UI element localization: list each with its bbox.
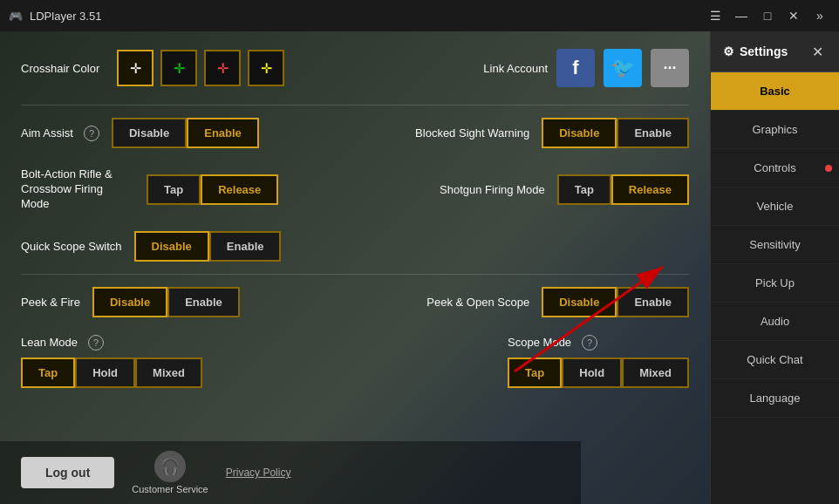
bolt-action-tap[interactable]: Tap <box>147 174 201 205</box>
settings-title-text: Settings <box>740 44 788 58</box>
nav-item-pickup[interactable]: Pick Up <box>711 264 839 303</box>
customer-service-icon: 🎧 <box>154 451 186 482</box>
aim-assist-enable[interactable]: Enable <box>187 118 259 148</box>
twitter-button[interactable]: 🐦 <box>604 49 642 87</box>
bolt-action-row: Bolt-Action Rifle &Crossbow Firing Mode … <box>21 167 278 212</box>
lean-mode-hold[interactable]: Hold <box>75 358 135 388</box>
maximize-button[interactable]: □ <box>757 5 778 26</box>
blocked-sight-toggle: Disable Enable <box>542 118 689 148</box>
close-button[interactable]: ✕ <box>783 5 804 26</box>
app-name: LDPlayer 3.51 <box>30 10 101 23</box>
scope-mode-help-icon[interactable]: ? <box>582 335 597 351</box>
scope-mode-mixed[interactable]: Mixed <box>622 358 689 388</box>
menu-button[interactable]: ☰ <box>705 5 726 26</box>
scope-mode-toggle: Tap Hold Mixed <box>508 358 689 388</box>
peek-fire-disable[interactable]: Disable <box>92 287 167 317</box>
more-button[interactable]: ··· <box>651 49 689 87</box>
scope-mode-section: Scope Mode ? Tap Hold Mixed <box>508 335 689 388</box>
bolt-action-release[interactable]: Release <box>201 174 278 205</box>
nav-item-vehicle[interactable]: Vehicle <box>711 187 839 226</box>
quick-scope-row: Quick Scope Switch Disable Enable <box>21 231 689 262</box>
divider-2 <box>21 274 689 275</box>
settings-close-button[interactable]: ✕ <box>808 42 827 61</box>
lean-mode-label: Lean Mode <box>21 336 78 349</box>
facebook-button[interactable]: f <box>556 49 595 87</box>
title-bar-left: 🎮 LDPlayer 3.51 <box>9 10 101 23</box>
blocked-sight-label: Blocked Sight Warning <box>415 126 529 140</box>
settings-title: ⚙ Settings <box>723 44 788 58</box>
scope-mode-tap[interactable]: Tap <box>508 358 562 388</box>
title-bar-controls: ☰ — □ ✕ » <box>705 5 830 26</box>
aim-assist-disable[interactable]: Disable <box>112 118 187 148</box>
bottom-bar: Log out 🎧 Customer Service Privacy Polic… <box>0 441 581 504</box>
crosshair-option-2[interactable]: ✛ <box>204 50 241 86</box>
quick-scope-disable[interactable]: Disable <box>134 231 209 262</box>
peek-fire-toggle: Disable Enable <box>92 287 240 317</box>
peek-scope-enable[interactable]: Enable <box>617 287 689 317</box>
peek-scope-label: Peek & Open Scope <box>426 296 529 309</box>
gear-icon: ⚙ <box>723 44 734 58</box>
settings-header: ⚙ Settings ✕ <box>711 31 839 72</box>
nav-item-sensitivity[interactable]: Sensitivity <box>711 226 839 264</box>
shotgun-toggle: Tap Release <box>557 174 689 205</box>
logout-button[interactable]: Log out <box>21 457 114 488</box>
crosshair-option-3[interactable]: ✛ <box>248 50 284 86</box>
nav-item-basic[interactable]: Basic <box>711 72 839 111</box>
main-layout: Crosshair Color ✛ ✛ ✛ ✛ Link Account f 🐦… <box>0 31 839 504</box>
aim-assist-toggle: Disable Enable <box>112 118 259 148</box>
link-account-label: Link Account <box>483 62 548 75</box>
crosshair-option-1[interactable]: ✛ <box>160 50 197 86</box>
nav-item-audio[interactable]: Audio <box>711 303 839 341</box>
shotgun-row: Shotgun Firing Mode Tap Release <box>440 174 689 205</box>
privacy-policy-link[interactable]: Privacy Policy <box>226 467 291 479</box>
shotgun-tap[interactable]: Tap <box>557 174 611 205</box>
shotgun-label: Shotgun Firing Mode <box>440 183 545 196</box>
quick-scope-label: Quick Scope Switch <box>21 240 122 253</box>
blocked-sight-disable[interactable]: Disable <box>542 118 617 148</box>
blocked-sight-row: Blocked Sight Warning Disable Enable <box>415 118 689 148</box>
game-background: Crosshair Color ✛ ✛ ✛ ✛ Link Account f 🐦… <box>0 31 710 504</box>
lean-mode-help-icon[interactable]: ? <box>88 335 104 351</box>
settings-panel: ⚙ Settings ✕ Basic Graphics Controls Veh… <box>710 31 839 504</box>
aim-assist-help-icon[interactable]: ? <box>84 126 99 141</box>
lean-mode-section: Lean Mode ? Tap Hold Mixed <box>21 335 202 388</box>
crosshair-section: Crosshair Color ✛ ✛ ✛ ✛ <box>21 50 284 86</box>
extra-button[interactable]: » <box>809 5 830 26</box>
bolt-action-label: Bolt-Action Rifle &Crossbow Firing Mode <box>21 167 134 212</box>
scope-mode-hold[interactable]: Hold <box>562 358 622 388</box>
peek-scope-toggle: Disable Enable <box>542 287 689 317</box>
content-area: Crosshair Color ✛ ✛ ✛ ✛ Link Account f 🐦… <box>21 49 689 388</box>
crosshair-label: Crosshair Color <box>21 62 117 75</box>
bolt-action-toggle: Tap Release <box>147 174 278 205</box>
nav-item-quickchat[interactable]: Quick Chat <box>711 341 839 379</box>
aim-assist-row: Aim Assist ? Disable Enable <box>21 118 259 148</box>
blocked-sight-enable[interactable]: Enable <box>617 118 689 148</box>
quick-scope-enable[interactable]: Enable <box>209 231 282 262</box>
crosshair-options: ✛ ✛ ✛ ✛ <box>117 50 284 86</box>
peek-scope-row: Peek & Open Scope Disable Enable <box>426 287 689 317</box>
minimize-button[interactable]: — <box>731 5 752 26</box>
peek-fire-enable[interactable]: Enable <box>167 287 240 317</box>
lean-mode-mixed[interactable]: Mixed <box>135 358 202 388</box>
customer-service-label: Customer Service <box>132 484 208 494</box>
shotgun-release[interactable]: Release <box>611 174 689 205</box>
divider-1 <box>21 105 689 106</box>
title-bar: 🎮 LDPlayer 3.51 ☰ — □ ✕ » <box>0 0 839 31</box>
crosshair-option-0[interactable]: ✛ <box>117 50 153 86</box>
aim-assist-label: Aim Assist <box>21 126 73 140</box>
peek-fire-label: Peek & Fire <box>21 296 80 309</box>
quick-scope-toggle: Disable Enable <box>134 231 282 262</box>
nav-item-graphics[interactable]: Graphics <box>711 111 839 149</box>
peek-fire-row: Peek & Fire Disable Enable <box>21 287 240 317</box>
lean-mode-toggle: Tap Hold Mixed <box>21 358 202 388</box>
nav-item-language[interactable]: Language <box>711 379 839 418</box>
app-icon: 🎮 <box>9 10 23 23</box>
peek-scope-disable[interactable]: Disable <box>542 287 617 317</box>
customer-service-button[interactable]: 🎧 Customer Service <box>132 451 208 494</box>
scope-mode-label: Scope Mode <box>508 336 571 349</box>
lean-mode-tap[interactable]: Tap <box>21 358 75 388</box>
settings-nav: Basic Graphics Controls Vehicle Sensitiv… <box>711 72 839 504</box>
link-account-section: Link Account f 🐦 ··· <box>483 49 689 87</box>
nav-item-controls[interactable]: Controls <box>711 149 839 187</box>
